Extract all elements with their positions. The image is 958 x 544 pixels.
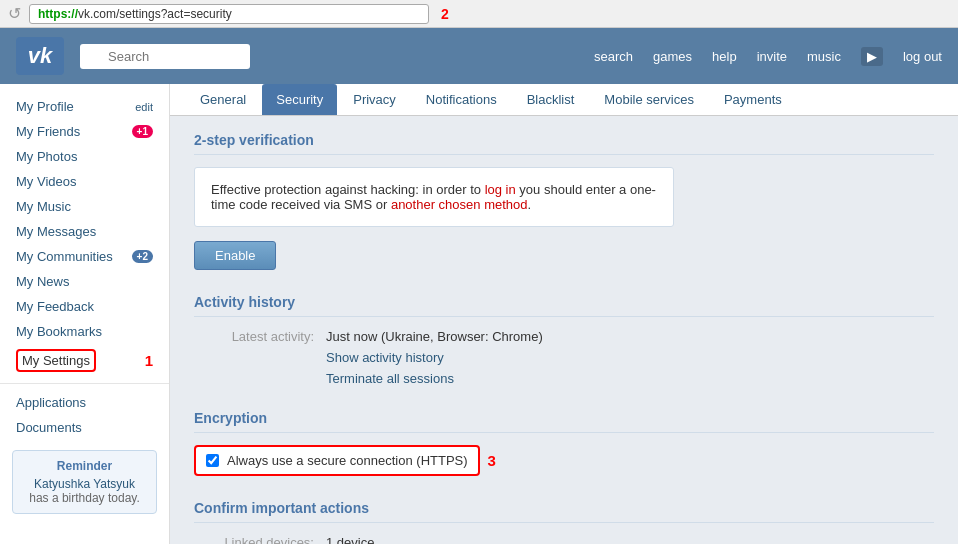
- https-part: https://: [38, 7, 78, 21]
- activity-show-spacer: [194, 350, 314, 365]
- sidebar-item-news[interactable]: My News: [0, 269, 169, 294]
- url-bar[interactable]: https://vk.com/settings?act=security: [29, 4, 429, 24]
- activity-history-section: Activity history Latest activity: Just n…: [194, 294, 934, 386]
- reminder-title: Reminder: [23, 459, 146, 473]
- nav-logout[interactable]: log out: [903, 49, 942, 64]
- https-checkbox-wrapper: Always use a secure connection (HTTPS): [194, 445, 480, 476]
- tab-notifications[interactable]: Notifications: [412, 84, 511, 115]
- reminder-text: Katyushka Yatsyuk has a birthday today.: [23, 477, 146, 505]
- sidebar-label-music: My Music: [16, 199, 71, 214]
- sidebar-item-messages[interactable]: My Messages: [0, 219, 169, 244]
- address-bar: ↺ https://vk.com/settings?act=security 2: [0, 0, 958, 28]
- sidebar-item-photos[interactable]: My Photos: [0, 144, 169, 169]
- sidebar-item-applications[interactable]: Applications: [0, 390, 169, 415]
- sidebar-label-videos: My Videos: [16, 174, 76, 189]
- content-area: General Security Privacy Notifications B…: [170, 84, 958, 544]
- search-input[interactable]: [80, 44, 250, 69]
- sidebar-label-messages: My Messages: [16, 224, 96, 239]
- sidebar-item-communities[interactable]: My Communities +2: [0, 244, 169, 269]
- annotation-2: 2: [441, 6, 449, 22]
- tab-security[interactable]: Security: [262, 84, 337, 115]
- sidebar-label-communities: My Communities: [16, 249, 113, 264]
- activity-terminate-row: Terminate all sessions: [194, 371, 934, 386]
- https-label: Always use a secure connection (HTTPS): [227, 453, 468, 468]
- sidebar: My Profile edit My Friends +1 My Photos …: [0, 84, 170, 544]
- sidebar-label-applications: Applications: [16, 395, 86, 410]
- sidebar-label-bookmarks: My Bookmarks: [16, 324, 102, 339]
- activity-latest-row: Latest activity: Just now (Ukraine, Brow…: [194, 329, 934, 344]
- encryption-section: Encryption Always use a secure connectio…: [194, 410, 934, 476]
- sidebar-label-photos: My Photos: [16, 149, 77, 164]
- verification-description: Effective protection against hacking: in…: [194, 167, 674, 227]
- encryption-row: Always use a secure connection (HTTPS) 3: [194, 445, 934, 476]
- sidebar-item-profile[interactable]: My Profile edit: [0, 94, 169, 119]
- nav-search[interactable]: search: [594, 49, 633, 64]
- nav-games[interactable]: games: [653, 49, 692, 64]
- activity-terminate-spacer: [194, 371, 314, 386]
- verif-text-3: .: [528, 197, 532, 212]
- tab-payments[interactable]: Payments: [710, 84, 796, 115]
- nav-invite[interactable]: invite: [757, 49, 787, 64]
- tab-privacy[interactable]: Privacy: [339, 84, 410, 115]
- sidebar-label-settings: My Settings: [16, 349, 96, 372]
- tab-blacklist[interactable]: Blacklist: [513, 84, 589, 115]
- sidebar-label-friends: My Friends: [16, 124, 80, 139]
- https-checkbox[interactable]: [206, 454, 219, 467]
- vk-logo: vk: [16, 37, 64, 75]
- sidebar-label-profile: My Profile: [16, 99, 74, 114]
- nav-more-button[interactable]: ▶: [861, 47, 883, 66]
- header: vk 🔍 search games help invite music ▶ lo…: [0, 28, 958, 84]
- activity-show-row: Show activity history: [194, 350, 934, 365]
- linked-devices-value: 1 device: [326, 535, 374, 544]
- sidebar-label-feedback: My Feedback: [16, 299, 94, 314]
- content-body: 2-step verification Effective protection…: [170, 116, 958, 544]
- sidebar-item-music[interactable]: My Music: [0, 194, 169, 219]
- sidebar-item-documents[interactable]: Documents: [0, 415, 169, 440]
- annotation-3: 3: [488, 452, 496, 469]
- url-rest: vk.com/settings?act=security: [78, 7, 232, 21]
- header-nav: search games help invite music ▶ log out: [594, 47, 942, 66]
- linked-devices-row: Linked devices: 1 device: [194, 535, 934, 544]
- nav-help[interactable]: help: [712, 49, 737, 64]
- another-method-link[interactable]: another chosen method: [391, 197, 528, 212]
- linked-devices-label: Linked devices:: [194, 535, 314, 544]
- sidebar-edit-profile[interactable]: edit: [135, 101, 153, 113]
- reminder-body: has a birthday today.: [29, 491, 140, 505]
- main-container: My Profile edit My Friends +1 My Photos …: [0, 84, 958, 544]
- settings-tabs: General Security Privacy Notifications B…: [170, 84, 958, 116]
- tab-general[interactable]: General: [186, 84, 260, 115]
- search-wrapper: 🔍: [80, 44, 250, 69]
- terminate-sessions-link[interactable]: Terminate all sessions: [326, 371, 454, 386]
- two-step-title: 2-step verification: [194, 132, 934, 155]
- friends-badge: +1: [132, 125, 153, 138]
- confirm-actions-section: Confirm important actions Linked devices…: [194, 500, 934, 544]
- show-activity-link[interactable]: Show activity history: [326, 350, 444, 365]
- sidebar-label-news: My News: [16, 274, 69, 289]
- sidebar-item-bookmarks[interactable]: My Bookmarks: [0, 319, 169, 344]
- sidebar-divider: [0, 383, 169, 384]
- verif-text-1: Effective protection against hacking: in…: [211, 182, 485, 197]
- sidebar-item-feedback[interactable]: My Feedback: [0, 294, 169, 319]
- encryption-title: Encryption: [194, 410, 934, 433]
- activity-latest-value: Just now (Ukraine, Browser: Chrome): [326, 329, 543, 344]
- nav-music[interactable]: music: [807, 49, 841, 64]
- two-step-section: 2-step verification Effective protection…: [194, 132, 934, 270]
- sidebar-label-documents: Documents: [16, 420, 82, 435]
- enable-button[interactable]: Enable: [194, 241, 276, 270]
- sidebar-item-videos[interactable]: My Videos: [0, 169, 169, 194]
- activity-latest-label: Latest activity:: [194, 329, 314, 344]
- login-link[interactable]: log in: [485, 182, 516, 197]
- annotation-1: 1: [145, 352, 153, 369]
- sidebar-item-friends[interactable]: My Friends +1: [0, 119, 169, 144]
- reminder-box: Reminder Katyushka Yatsyuk has a birthda…: [12, 450, 157, 514]
- activity-history-title: Activity history: [194, 294, 934, 317]
- reminder-name: Katyushka Yatsyuk: [34, 477, 135, 491]
- sidebar-item-settings[interactable]: My Settings 1: [0, 344, 169, 377]
- back-button[interactable]: ↺: [8, 4, 21, 23]
- confirm-actions-title: Confirm important actions: [194, 500, 934, 523]
- communities-badge: +2: [132, 250, 153, 263]
- tab-mobile-services[interactable]: Mobile services: [590, 84, 708, 115]
